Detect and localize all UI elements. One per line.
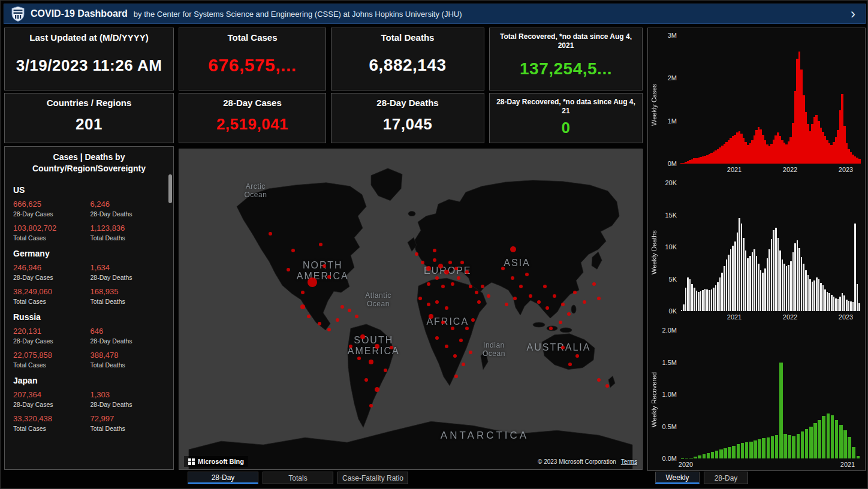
country-row-japan[interactable]: Japan 207,36428-Day Cases 1,30328-Day De… [13, 376, 167, 432]
weekly-deaths-chart[interactable]: Weekly Deaths 0K5K10K15K20K 202120222023 [648, 176, 865, 323]
chart-bar [813, 423, 817, 458]
chart-bar [792, 252, 794, 311]
chart-bar [739, 218, 740, 311]
chart-bar [737, 444, 740, 458]
chart-bar [843, 430, 847, 458]
chart-bar [752, 252, 754, 311]
total-recovered-value: 137,254,5... [520, 59, 612, 79]
country-row-russia[interactable]: Russia 220,13128-Day Cases 64628-Day Dea… [13, 312, 167, 369]
case-bubble [475, 291, 478, 294]
chart-bar [743, 238, 745, 311]
case-bubble [597, 297, 601, 300]
charts-panel: Weekly Cases 0M1M2M3M 202120222023 Weekl… [647, 28, 866, 471]
total-deaths-label: Total Deaths [91, 425, 168, 432]
chart-bar [691, 284, 693, 311]
scrollbar-thumb[interactable] [168, 174, 172, 203]
total-cases: 33,320,438 [13, 414, 91, 423]
chart-bar [805, 429, 809, 458]
case-bubble [457, 276, 460, 280]
chart-tab-weekly[interactable]: Weekly [655, 472, 700, 484]
chart-bar [809, 279, 811, 312]
y-axis-title: Weekly Cases [649, 35, 659, 174]
map-tab-case-fatality-ratio[interactable]: Case-Fatality Ratio [337, 472, 408, 484]
total-cases-label: Total Cases [13, 425, 91, 432]
chart-bar [818, 420, 821, 458]
map-tab-28-day[interactable]: 28-Day [188, 472, 258, 484]
chart-bar [858, 303, 860, 311]
chart-bar [698, 292, 700, 311]
x-tick-label: 2022 [783, 313, 797, 321]
chart-bar [786, 266, 788, 311]
case-bubble [269, 232, 272, 236]
total-deaths-card: Total Deaths 6,882,143 [331, 28, 484, 90]
deaths-28day: 646 [91, 327, 168, 336]
cases-28day: 220,131 [13, 327, 91, 336]
case-bubble [462, 363, 465, 366]
country-list-panel: Cases | Deaths by Country/Region/Soverei… [4, 146, 174, 470]
countries-regions-value: 201 [76, 115, 103, 134]
chart-bar [801, 431, 804, 458]
country-name: Russia [13, 312, 167, 322]
chart-bar [728, 447, 731, 458]
chart-bar [794, 243, 796, 311]
case-bubble [454, 267, 458, 270]
case-bubble [597, 378, 601, 382]
chart-bar [820, 283, 822, 311]
card-label: 28-Day Deaths [335, 98, 480, 109]
chart-bar [775, 228, 777, 311]
case-bubble [355, 315, 358, 318]
case-bubble [453, 354, 457, 358]
case-bubble [573, 291, 577, 294]
case-bubble [513, 297, 517, 300]
case-bubble [519, 285, 523, 288]
case-bubble [369, 404, 373, 408]
chart-bar [783, 434, 787, 458]
chart-bar [689, 279, 691, 312]
y-tick-label: 2M [668, 74, 677, 82]
cases-28day: 246,946 [13, 263, 91, 272]
x-tick-label: 2023 [839, 313, 853, 321]
weekly-recovered-chart[interactable]: Weekly Recovered 0.0M0.5M1.0M1.5M2.0M 20… [648, 323, 865, 470]
y-tick-label: 0M [668, 160, 677, 167]
chart-bar [837, 299, 839, 311]
chart-bar [777, 238, 779, 311]
chevron-right-icon[interactable]: › [848, 7, 858, 21]
case-bubble [415, 252, 418, 256]
plot-area [680, 183, 860, 311]
weekly-cases-chart[interactable]: Weekly Cases 0M1M2M3M 202120222023 [648, 28, 865, 176]
cases-28day-label: 28-Day Cases [13, 274, 91, 281]
country-name: Japan [13, 376, 167, 385]
y-tick-label: 0.0M [662, 455, 677, 462]
deaths-28day: 1,303 [91, 390, 168, 399]
case-bubble [435, 276, 439, 280]
case-bubble [445, 345, 448, 348]
chart-bar [790, 261, 792, 311]
chart-bar [696, 291, 698, 311]
map-tab-totals[interactable]: Totals [263, 472, 333, 484]
terms-link[interactable]: Terms [621, 458, 637, 465]
chart-bar [775, 435, 779, 458]
case-bubble [349, 345, 352, 348]
case-bubble [465, 270, 469, 274]
chart-tab-28-day[interactable]: 28-Day [704, 472, 748, 484]
plot-area [680, 330, 860, 458]
chart-bar [724, 266, 725, 311]
total-cases: 22,075,858 [13, 351, 91, 360]
jhu-shield-icon [11, 6, 25, 22]
case-bubble [444, 270, 449, 274]
cases-28day: 207,364 [13, 390, 91, 399]
chart-bar [758, 439, 761, 458]
case-bubble [426, 266, 431, 271]
case-bubble [549, 327, 553, 330]
recovered-28day-card: 28-Day Recovered, *no data since Aug 4, … [489, 93, 643, 143]
chart-bar [801, 257, 803, 311]
country-row-germany[interactable]: Germany 246,94628-Day Cases 1,63428-Day … [13, 249, 167, 305]
world-map[interactable]: ArcticOceanNORTHAMERICAAtlanticOceanEURO… [179, 149, 643, 470]
total-cases: 103,802,702 [13, 224, 91, 233]
case-bubble [537, 300, 541, 304]
country-row-us[interactable]: US 666,62528-Day Cases 6,24628-Day Death… [13, 185, 167, 242]
card-label: Countries / Regions [8, 98, 170, 109]
case-bubble [390, 346, 393, 349]
chart-bar [721, 273, 723, 311]
x-tick-label: 2021 [727, 313, 742, 321]
